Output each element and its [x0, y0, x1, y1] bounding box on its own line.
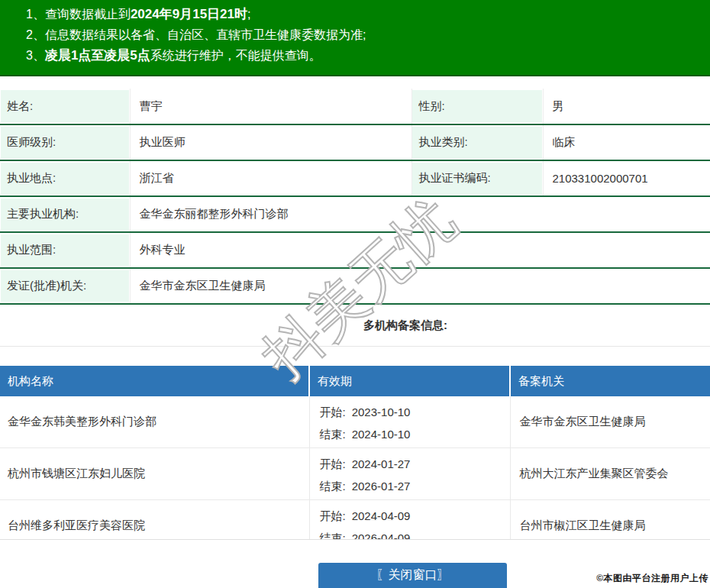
field-label-gender: 性别: [411, 89, 543, 124]
notice-line-1: 1、查询数据截止到2024年9月15日21时; [26, 4, 702, 24]
notice-text: 系统进行维护，不能提供查询。 [150, 49, 321, 62]
validity-start: 开始:2023-10-10 [320, 401, 510, 423]
query-result-page: 1、查询数据截止到2024年9月15日21时; 2、信息数据结果以各省、自治区、… [0, 0, 710, 588]
table-row: 杭州市钱塘区江东妇儿医院 开始:2024-01-27 结束:2026-01-27… [0, 447, 710, 499]
field-value-name: 曹宇 [130, 89, 411, 124]
table-row: 医师级别: 执业医师 执业类别: 临床 [0, 124, 710, 160]
field-label-location: 执业地点: [0, 160, 130, 196]
notice-highlight: 凌晨1点至凌晨5点 [45, 48, 150, 63]
filing-validity: 开始:2024-01-27 结束:2026-01-27 [309, 447, 510, 499]
filing-table-container: 机构名称 有效期 备案机关 金华金东韩美整形外科门诊部 开始:2023-10-1… [0, 366, 710, 540]
filing-org: 金华金东韩美整形外科门诊部 [0, 396, 309, 447]
validity-end: 结束:2024-10-10 [320, 423, 510, 445]
section-title: 多机构备案信息: [363, 318, 447, 333]
filing-authority: 金华市金东区卫生健康局 [510, 396, 710, 447]
filing-org: 杭州市钱塘区江东妇儿医院 [0, 447, 309, 499]
filing-authority: 杭州大江东产业集聚区管委会 [510, 447, 710, 499]
field-value-cert: 210331002000701 [543, 160, 710, 196]
field-label-cert: 执业证书编码: [411, 160, 543, 196]
notice-banner: 1、查询数据截止到2024年9月15日21时; 2、信息数据结果以各省、自治区、… [0, 0, 710, 76]
table-row: 金华金东韩美整形外科门诊部 开始:2023-10-10 结束:2024-10-1… [0, 396, 710, 447]
notice-text: 1、查询数据截止到 [26, 8, 131, 21]
field-value-gender: 男 [543, 89, 710, 124]
doctor-info-table: 姓名: 曹宇 性别: 男 医师级别: 执业医师 执业类别: 临床 执业地点: 浙… [0, 89, 710, 305]
notice-highlight: 2024年9月15日21时 [131, 7, 247, 21]
filing-authority: 台州市椒江区卫生健康局 [510, 499, 710, 540]
validity-end: 结束:2026-01-27 [320, 475, 510, 497]
table-row: 发证(批准)机关: 金华市金东区卫生健康局 [0, 268, 710, 304]
notice-text: 2、信息数据结果以各省、自治区、直辖市卫生健康委数据为准; [26, 28, 366, 41]
table-row: 姓名: 曹宇 性别: 男 [0, 89, 710, 124]
validity-end: 结束:2026-04-09 [320, 527, 510, 540]
column-header-authority: 备案机关 [510, 366, 710, 396]
filing-validity: 开始:2024-04-09 结束:2026-04-09 [309, 499, 510, 540]
table-row: 主要执业机构: 金华金东丽都整形外科门诊部 [0, 196, 710, 232]
field-label-name: 姓名: [0, 89, 130, 124]
filing-section-heading: 多机构备案信息: [0, 305, 710, 347]
column-header-validity: 有效期 [309, 366, 510, 396]
field-label-category: 执业类别: [411, 124, 543, 160]
field-label-org: 主要执业机构: [0, 196, 130, 232]
column-header-org: 机构名称 [0, 366, 309, 396]
filing-table: 机构名称 有效期 备案机关 金华金东韩美整形外科门诊部 开始:2023-10-1… [0, 366, 710, 540]
copyright-stamp: ©本图由平台注册用户上传 [596, 572, 708, 585]
table-row: 执业范围: 外科专业 [0, 232, 710, 268]
notice-line-3: 3、凌晨1点至凌晨5点系统进行维护，不能提供查询。 [26, 45, 702, 66]
field-label-level: 医师级别: [0, 124, 130, 160]
field-value-location: 浙江省 [130, 160, 411, 196]
table-row: 台州维多利亚医疗美容医院 开始:2024-04-09 结束:2026-04-09… [0, 499, 710, 540]
notice-text: 3、 [26, 49, 45, 62]
field-value-level: 执业医师 [130, 124, 411, 160]
field-value-org: 金华金东丽都整形外科门诊部 [130, 196, 710, 232]
field-value-authority: 金华市金东区卫生健康局 [130, 268, 710, 304]
filing-header-row: 机构名称 有效期 备案机关 [0, 366, 710, 396]
validity-start: 开始:2024-01-27 [320, 453, 510, 475]
validity-start: 开始:2024-04-09 [320, 505, 510, 527]
field-value-category: 临床 [543, 124, 710, 160]
table-row: 执业地点: 浙江省 执业证书编码: 210331002000701 [0, 160, 710, 196]
field-value-scope: 外科专业 [130, 232, 710, 268]
notice-line-2: 2、信息数据结果以各省、自治区、直辖市卫生健康委数据为准; [26, 24, 702, 45]
field-label-authority: 发证(批准)机关: [0, 268, 130, 304]
close-window-button[interactable]: 〖关闭窗口〗 [318, 563, 507, 588]
filing-validity: 开始:2023-10-10 结束:2024-10-10 [309, 396, 510, 447]
field-label-scope: 执业范围: [0, 232, 130, 268]
notice-text: ; [247, 8, 250, 21]
filing-org: 台州维多利亚医疗美容医院 [0, 499, 309, 540]
